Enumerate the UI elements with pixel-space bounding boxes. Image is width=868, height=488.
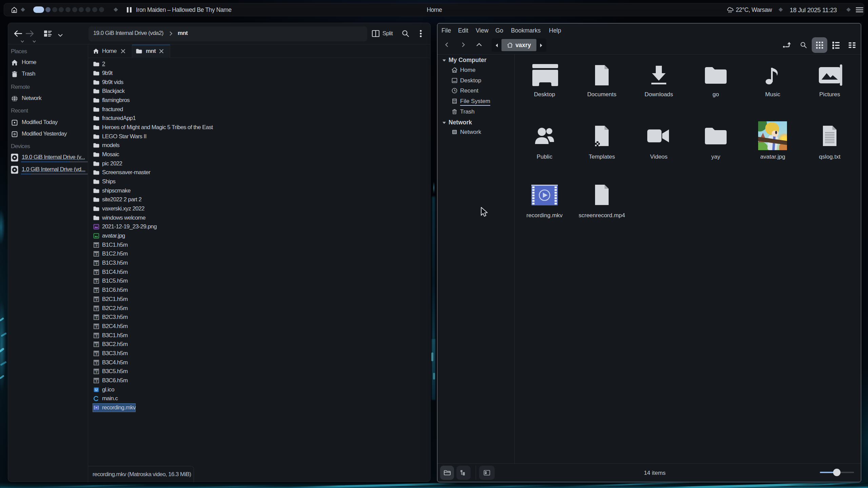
svg-text:?: ? (95, 343, 97, 347)
svg-text:?: ? (95, 370, 97, 374)
svg-text:?: ? (95, 298, 97, 302)
svg-text:?: ? (95, 325, 97, 329)
svg-text:?: ? (95, 252, 97, 256)
svg-text:?: ? (95, 280, 97, 283)
svg-text:?: ? (95, 271, 97, 274)
svg-text:?: ? (95, 289, 97, 292)
svg-text:?: ? (95, 361, 97, 365)
svg-text:?: ? (95, 307, 97, 311)
svg-text:?: ? (95, 379, 97, 383)
svg-text:?: ? (95, 244, 97, 247)
svg-text:?: ? (95, 316, 97, 320)
svg-text:?: ? (95, 334, 97, 338)
svg-text:?: ? (95, 352, 97, 356)
svg-text:?: ? (95, 262, 97, 265)
